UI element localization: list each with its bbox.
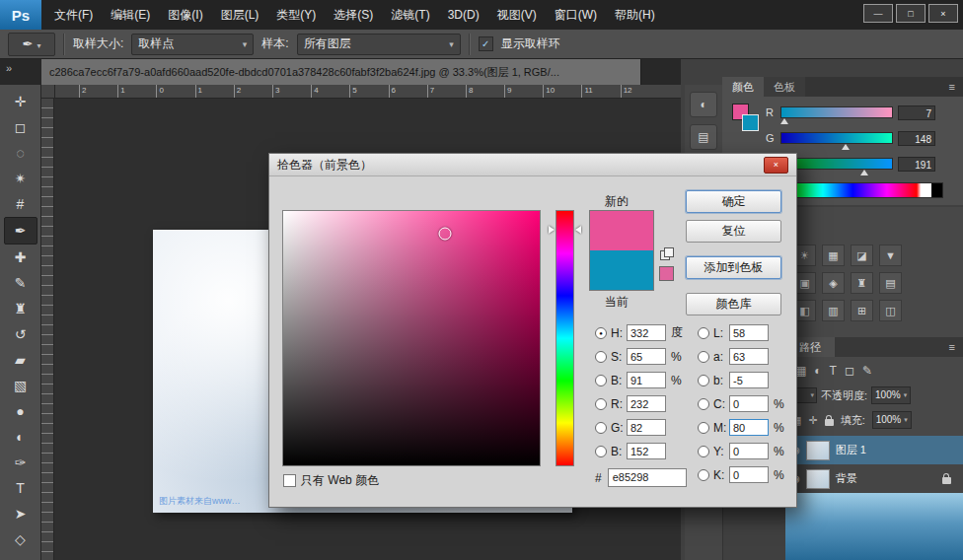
tab-swatches[interactable]: 色板 [764, 77, 805, 97]
tool-lasso[interactable]: ◌ [5, 140, 37, 166]
field-radio[interactable] [698, 375, 709, 386]
field-r[interactable]: 232 [627, 395, 666, 412]
tool-brush[interactable]: ✎ [5, 270, 37, 296]
tool-spot-healing[interactable]: ✚ [5, 245, 37, 270]
field-radio[interactable]: ● [595, 327, 607, 339]
channel-slider[interactable] [780, 132, 893, 144]
adjustment-icon[interactable]: ▤ [879, 272, 902, 294]
dialog-close-button[interactable]: × [764, 157, 788, 174]
tool-rectangular-marquee[interactable]: ◻ [5, 114, 37, 140]
tool-crop[interactable]: # [5, 191, 37, 217]
color-libraries-button[interactable]: 颜色库 [686, 293, 781, 315]
tool-eraser[interactable]: ▰ [5, 347, 37, 373]
field-b-hsb[interactable]: 91 [627, 372, 666, 388]
menu-item[interactable]: 窗口(W) [546, 0, 606, 30]
hex-input[interactable]: e85298 [608, 468, 687, 487]
field-radio[interactable] [698, 446, 709, 457]
tab-color[interactable]: 颜色 [722, 77, 764, 97]
field-radio[interactable] [595, 375, 607, 386]
channel-value[interactable]: 7 [898, 105, 935, 120]
field-radio[interactable] [698, 398, 709, 410]
panel-icon[interactable]: ◐ [690, 92, 717, 117]
lock-option-icon[interactable]: ✛ [808, 414, 817, 427]
slider-handle[interactable] [860, 170, 868, 175]
tool-eyedropper[interactable]: ✒ [4, 217, 37, 245]
tool-path-selection[interactable]: ➤ [5, 501, 37, 526]
layer-thumbnail[interactable] [806, 441, 830, 460]
background-color-swatch[interactable] [742, 114, 759, 131]
tool-history-brush[interactable]: ↺ [5, 321, 37, 347]
menu-item[interactable]: 文件(F) [45, 0, 102, 30]
hue-slider[interactable] [556, 210, 574, 466]
tool-gradient[interactable]: ▧ [5, 373, 37, 398]
panel-menu-icon[interactable] [941, 337, 963, 357]
dialog-title-bar[interactable]: 拾色器（前景色） × [269, 154, 796, 176]
panel-icon[interactable]: ▤ [690, 124, 717, 150]
tool-clone-stamp[interactable]: ♜ [5, 296, 37, 321]
field-b-lab[interactable]: -5 [729, 372, 769, 388]
tool-dodge[interactable]: ◐ [5, 424, 37, 450]
fill-value[interactable]: 100% [872, 411, 912, 429]
field-y[interactable]: 0 [729, 443, 769, 459]
opacity-value[interactable]: 100% [871, 386, 911, 404]
toolbar-collapse-icon[interactable]: » [6, 62, 12, 74]
document-tab[interactable]: c286ca7ecc6f7a79-a0afd660aad520fe-dbdcd0… [41, 59, 641, 85]
field-s[interactable]: 65 [627, 348, 666, 365]
field-radio[interactable] [595, 398, 607, 410]
layer-row[interactable]: ◉ 图层 1 [785, 436, 963, 464]
field-c[interactable]: 0 [729, 395, 769, 412]
adjustment-icon[interactable]: ◫ [879, 300, 902, 321]
field-radio[interactable] [595, 351, 607, 363]
menu-item[interactable]: 图像(I) [159, 0, 211, 30]
adjustment-icon[interactable]: ▼ [879, 245, 902, 266]
panel-menu-icon[interactable] [941, 77, 963, 97]
close-button[interactable]: × [928, 4, 958, 23]
field-radio[interactable] [698, 469, 709, 481]
field-radio[interactable] [698, 351, 709, 363]
field-radio[interactable] [595, 446, 607, 457]
field-l[interactable]: 58 [729, 324, 769, 341]
tool-type[interactable]: T [5, 475, 37, 501]
field-k[interactable]: 0 [729, 466, 769, 483]
ok-button[interactable]: 确定 [686, 190, 781, 213]
vertical-ruler[interactable] [41, 99, 54, 560]
field-g[interactable]: 82 [627, 419, 666, 436]
field-radio[interactable] [698, 327, 709, 339]
field-b-rgb[interactable]: 152 [627, 443, 666, 459]
sample-dropdown[interactable]: 所有图层 [297, 34, 461, 55]
tool-blur[interactable]: ● [5, 398, 37, 424]
channel-value[interactable]: 148 [898, 131, 935, 146]
adjustment-icon[interactable]: ♜ [851, 272, 873, 294]
menu-item[interactable]: 滤镜(T) [382, 0, 438, 30]
slider-handle[interactable] [780, 118, 788, 124]
add-to-swatches-button[interactable]: 添加到色板 [686, 256, 781, 279]
menu-item[interactable]: 类型(Y) [267, 0, 325, 30]
menu-item[interactable]: 3D(D) [439, 0, 488, 30]
adjustment-icon[interactable]: ▦ [822, 245, 845, 266]
menu-item[interactable]: 帮助(H) [606, 0, 664, 30]
maximize-button[interactable]: □ [896, 4, 926, 23]
tool-move[interactable]: ✛ [5, 89, 37, 114]
tool-pen[interactable]: ✑ [5, 450, 37, 475]
layer-thumbnail[interactable] [806, 469, 830, 489]
field-h[interactable]: 332 [627, 324, 666, 341]
show-ring-checkbox[interactable] [479, 36, 493, 51]
minimize-button[interactable]: — [863, 4, 893, 23]
gamut-safe-swatch[interactable] [659, 266, 674, 281]
reset-button[interactable]: 复位 [686, 220, 781, 243]
layer-filter-icon[interactable]: T [830, 364, 837, 378]
gamut-warning-icon[interactable] [660, 250, 670, 260]
tool-preset-dropdown[interactable]: ✒ [8, 33, 55, 56]
menu-item[interactable]: 视图(V) [488, 0, 546, 30]
adjustment-icon[interactable]: ⊞ [851, 300, 873, 321]
menu-item[interactable]: 编辑(E) [102, 0, 159, 30]
color-field-marker[interactable] [438, 228, 451, 241]
tool-custom-shape[interactable]: ◇ [5, 526, 37, 552]
channel-value[interactable]: 191 [898, 157, 935, 172]
adjustment-icon[interactable]: ◈ [822, 272, 845, 294]
channel-slider[interactable] [780, 158, 893, 170]
field-m[interactable]: 80 [729, 419, 769, 436]
horizontal-ruler[interactable]: 2 1 0 1 2 3 4 5 6 7 8 9 [55, 85, 681, 99]
hue-slider-handle-left[interactable] [549, 226, 555, 234]
layer-filter-icon[interactable]: ✎ [862, 364, 872, 378]
